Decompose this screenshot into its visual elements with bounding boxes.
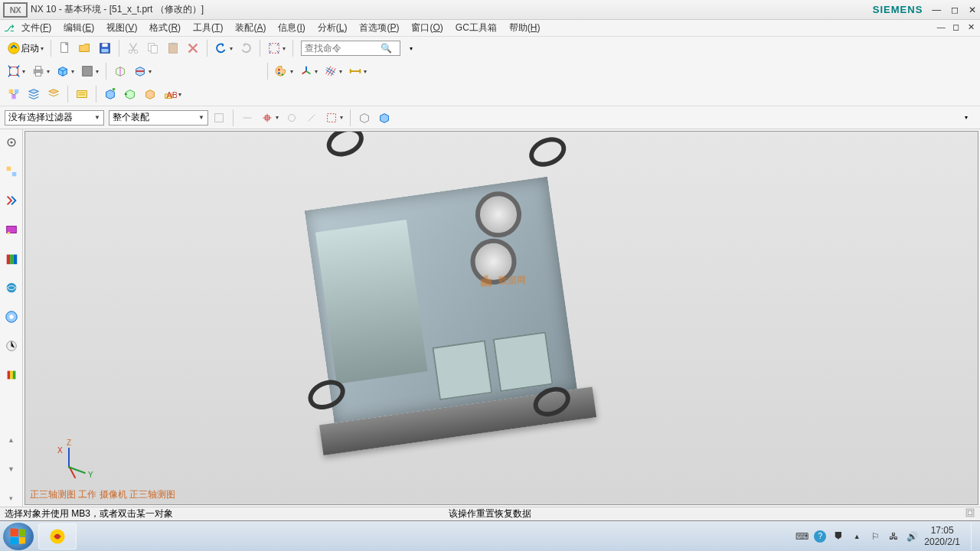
tray-keyboard-icon[interactable]: ⌨	[795, 530, 808, 543]
scope-dropdown[interactable]: 整个装配▼	[109, 110, 208, 126]
annotation-button[interactable]: ABC	[161, 85, 184, 103]
scroll-down-icon[interactable]: ▼	[3, 461, 20, 478]
orient-wcs-button[interactable]	[297, 62, 320, 80]
catalog-button[interactable]	[73, 85, 91, 103]
menu-analysis[interactable]: 分析(L)	[312, 20, 354, 36]
menu-file[interactable]: 文件(F)	[15, 20, 57, 36]
model-render	[281, 131, 596, 455]
paste-button[interactable]	[164, 39, 182, 57]
menu-help[interactable]: 帮助(H)	[503, 20, 547, 36]
tray-arrow-icon[interactable]: ▲	[851, 530, 863, 543]
delete-button[interactable]	[184, 39, 202, 57]
system-scene-tab[interactable]	[3, 337, 20, 354]
menu-edit[interactable]: 编辑(E)	[57, 20, 100, 36]
menu-gc-toolbox[interactable]: GC工具箱	[449, 20, 503, 36]
wireframe-button[interactable]	[375, 109, 394, 127]
taskbar: ⌨ ? ⛊ ▲ ⚐ 🖧 🔊 17:05 2020/2/1	[0, 520, 980, 551]
start-menu-button[interactable]	[3, 523, 34, 550]
part-navigator-tab[interactable]	[3, 221, 20, 238]
fit-all-button[interactable]	[5, 62, 28, 80]
status-right-icon[interactable]	[965, 507, 975, 520]
grid-button[interactable]	[322, 62, 345, 80]
internet-explorer-tab[interactable]	[3, 279, 20, 296]
svg-rect-16	[83, 67, 93, 77]
maximize-button[interactable]: ◻	[949, 5, 961, 15]
svg-rect-10	[171, 43, 175, 45]
menu-info[interactable]: 信息(I)	[272, 20, 311, 36]
svg-rect-3	[102, 44, 107, 47]
svg-point-31	[10, 141, 12, 143]
selection-filter-dropdown[interactable]: 没有选择过滤器▼	[5, 110, 104, 126]
new-button[interactable]	[56, 39, 74, 57]
layers-button[interactable]	[24, 85, 43, 103]
show-hide-button[interactable]	[355, 109, 374, 127]
gear-icon[interactable]	[3, 134, 20, 151]
show-desktop-button[interactable]	[971, 523, 977, 550]
fit-view-button[interactable]	[265, 39, 288, 57]
measure-button[interactable]	[346, 62, 369, 80]
open-button[interactable]	[76, 39, 94, 57]
render-style-button[interactable]	[54, 62, 77, 80]
select-region-button[interactable]	[322, 109, 345, 127]
save-button[interactable]	[96, 39, 114, 57]
scroll-up-icon[interactable]: ▲	[3, 432, 20, 448]
menu-assembly[interactable]: 装配(A)	[229, 20, 272, 36]
svg-rect-21	[15, 90, 18, 93]
doc-minimize-button[interactable]: —	[936, 22, 946, 31]
cut-button[interactable]	[124, 39, 142, 57]
section-view-button[interactable]	[131, 62, 154, 80]
toolbar-overflow[interactable]: ▾	[402, 39, 420, 57]
tray-help-icon[interactable]: ?	[814, 530, 826, 543]
taskbar-nx-app[interactable]	[38, 523, 77, 549]
snap-point-button[interactable]	[258, 109, 281, 127]
filter-sel-4[interactable]	[302, 109, 321, 127]
constraint-navigator-tab[interactable]	[3, 192, 20, 209]
tray-network-icon[interactable]: 🖧	[887, 530, 900, 543]
filter-sel-3[interactable]	[283, 109, 301, 127]
close-button[interactable]: ✕	[966, 5, 978, 15]
doc-restore-button[interactable]: ◻	[951, 22, 962, 32]
graphics-viewport[interactable]: 数据网 Z X Y 正三轴测图 工作 摄像机 正三轴测图	[24, 131, 978, 505]
menu-window[interactable]: 窗口(O)	[405, 20, 449, 36]
move-component-button[interactable]	[121, 85, 139, 103]
menu-tools[interactable]: 工具(T)	[187, 20, 229, 36]
svg-rect-37	[10, 255, 14, 265]
command-search[interactable]: 🔍	[301, 41, 400, 56]
scroll-bottom-icon[interactable]: ▾	[3, 490, 20, 507]
assembly-constraint-button[interactable]	[141, 85, 159, 103]
minimize-button[interactable]: —	[930, 5, 942, 15]
menu-icon[interactable]: ⎇	[3, 23, 15, 34]
history-tab[interactable]	[3, 308, 20, 325]
assembly-nav-button[interactable]	[5, 85, 23, 103]
search-icon[interactable]: 🔍	[378, 43, 394, 54]
tray-flag-icon[interactable]: ⚐	[869, 530, 881, 543]
svg-rect-9	[169, 44, 178, 54]
assembly-navigator-tab[interactable]	[3, 163, 20, 180]
menu-preferences[interactable]: 首选项(P)	[353, 20, 405, 36]
copy-button[interactable]	[144, 39, 162, 57]
menu-view[interactable]: 视图(V)	[100, 20, 143, 36]
roles-tab[interactable]	[3, 367, 20, 383]
reuse-library-tab[interactable]	[3, 250, 20, 267]
svg-point-35	[7, 232, 10, 235]
filter-sel-1[interactable]	[210, 109, 228, 127]
svg-point-0	[8, 43, 19, 54]
doc-close-button[interactable]: ✕	[965, 22, 976, 32]
svg-text:ABC: ABC	[167, 90, 178, 99]
add-component-button[interactable]	[101, 85, 119, 103]
undo-button[interactable]	[212, 39, 235, 57]
tray-volume-icon[interactable]: 🔊	[906, 530, 918, 543]
start-button[interactable]: 启动	[5, 39, 46, 57]
background-button[interactable]	[78, 62, 101, 80]
tray-shield-icon[interactable]: ⛊	[832, 530, 844, 543]
redo-button[interactable]	[237, 39, 255, 57]
filter-sel-2[interactable]	[238, 109, 256, 127]
toolbar-row-overflow[interactable]: ▾	[957, 109, 975, 127]
orient-view-button[interactable]	[111, 62, 129, 80]
taskbar-clock[interactable]: 17:05 2020/2/1	[924, 525, 960, 547]
palette-button[interactable]	[273, 62, 296, 80]
menu-format[interactable]: 格式(R)	[143, 20, 187, 36]
layer-settings-button[interactable]	[44, 85, 63, 103]
print-button[interactable]	[29, 62, 52, 80]
command-search-input[interactable]	[302, 43, 378, 54]
